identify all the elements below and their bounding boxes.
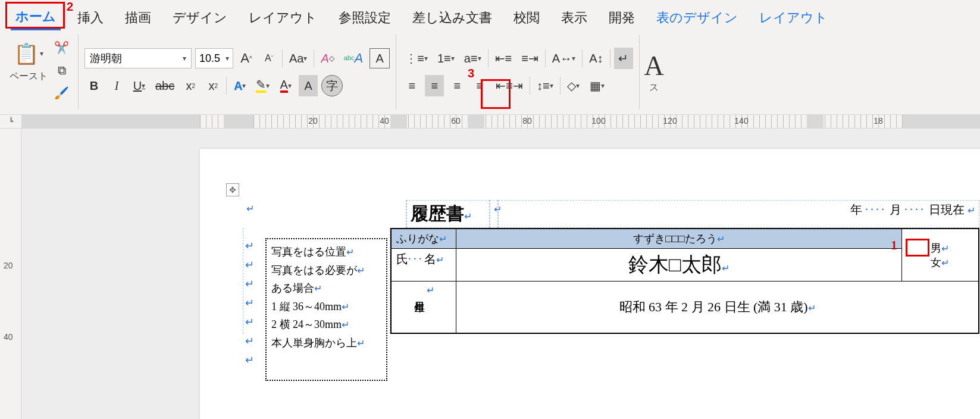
chevron-down-icon: ▾ <box>226 54 229 62</box>
decrease-font-button[interactable]: Aˇ <box>259 48 278 69</box>
ruler-vertical[interactable]: 20 40 <box>0 129 21 419</box>
borders-button[interactable]: ▦ ▾ <box>587 75 608 96</box>
copy-button[interactable]: ⧉ <box>51 60 72 81</box>
text-direction-button[interactable]: A↔ ▾ <box>549 48 578 69</box>
ruler-tick: 140 <box>734 116 748 126</box>
ruler-tick: 100 <box>591 116 605 126</box>
cut-button[interactable]: ✂️ <box>51 37 72 58</box>
date-cell[interactable]: 年 ···· 月 ···· 日現在 ↵ <box>498 200 979 228</box>
italic-button[interactable]: I <box>107 75 126 96</box>
align-left-button[interactable]: ≡ <box>402 75 421 96</box>
font-color-button[interactable]: A ▾ <box>276 75 295 96</box>
birth-label-cell[interactable]: 生年月日↵ <box>391 282 456 334</box>
outdent-button[interactable]: ⇤≡ <box>492 48 515 69</box>
callout-box-3 <box>481 79 511 109</box>
borders-icon: ▦ <box>590 79 601 93</box>
chevron-down-icon: ▾ <box>183 54 186 62</box>
outdent-icon: ⇤≡ <box>495 51 512 65</box>
ruler-tick: 80 <box>522 116 532 126</box>
ruler-horizontal[interactable]: 20 40 60 80 100 120 140 18 <box>21 115 980 128</box>
underline-button[interactable]: U ▾ <box>130 75 149 96</box>
bullets-button[interactable]: ⋮≡ ▾ <box>402 48 431 69</box>
tab-review[interactable]: 校閲 <box>509 7 544 29</box>
char-border-button[interactable]: A <box>370 48 390 68</box>
font-size-select[interactable]: 10.5 ▾ <box>195 48 233 68</box>
clear-format-button[interactable]: A◇ <box>318 48 337 69</box>
tab-draw[interactable]: 描画 <box>120 7 156 29</box>
group-styles: A ス <box>640 35 669 110</box>
title-left-spacer: ↵ <box>243 200 406 228</box>
align-right-button[interactable]: ≡ <box>447 75 466 96</box>
gender-cell[interactable]: 1 男↵ 女↵ <box>901 229 979 282</box>
tab-table-layout[interactable]: レイアウト <box>754 7 832 29</box>
font-name-select[interactable]: 游明朝 ▾ <box>84 48 192 68</box>
tab-insert[interactable]: 挿入 <box>73 7 108 29</box>
numbering-icon: 1≡ <box>437 52 451 65</box>
photo-line: 2 横 24～30mm↵ <box>271 315 381 334</box>
photo-line: 写真をはる必要が↵ <box>271 261 381 280</box>
ruler-tick: 120 <box>663 116 677 126</box>
font-name-value: 游明朝 <box>90 51 122 65</box>
sort-button[interactable]: A↕ <box>586 48 606 69</box>
indent-button[interactable]: ≡⇥ <box>518 48 541 69</box>
line-spacing-icon: ↕≡ <box>537 79 550 93</box>
callout-box-1 <box>906 239 929 257</box>
tab-mailmerge[interactable]: 差し込み文書 <box>408 7 497 29</box>
align-right-icon: ≡ <box>453 79 461 93</box>
paste-button[interactable]: 📋▾ <box>11 37 46 70</box>
highlight-button[interactable]: ✎ ▾ <box>253 75 273 96</box>
format-painter-button[interactable]: 🖌️ <box>51 82 72 104</box>
ruby-button[interactable]: abcA <box>341 48 366 69</box>
group-paragraph: ⋮≡ ▾ 1≡ ▾ a≡ ▾ ⇤≡ ≡⇥ A↔ ▾ A↕ ↵ ≡ ≡ ≡ ≡ ⇤… <box>396 35 639 110</box>
copy-icon: ⧉ <box>58 64 66 77</box>
furigana-value-cell[interactable]: すずき□□□たろう↵ <box>456 229 901 249</box>
highlight-icon: ✎ <box>256 79 266 93</box>
char-shading-button[interactable]: A <box>299 75 318 96</box>
indent-icon: ≡⇥ <box>521 51 538 65</box>
tab-developer[interactable]: 開発 <box>604 7 640 29</box>
tab-references[interactable]: 参照設定 <box>334 7 396 29</box>
text-direction-icon: A↔ <box>552 52 572 65</box>
birth-value-cell[interactable]: 昭和 63 年 2 月 26 日生 (満 31 歳)↵ <box>456 282 979 334</box>
furigana-label-cell[interactable]: ふりがな↵ <box>391 229 456 249</box>
date-year-label: 年 <box>850 203 862 216</box>
document-canvas[interactable]: ✥ ↵↵↵↵↵↵↵ ↵ 履歴書↵ ↵ 年 ···· 月 ···· <box>21 129 980 419</box>
photo-box[interactable]: 写真をはる位置↵ 写真をはる必要が↵ ある場合↵ 1 縦 36～40mm↵ 2 … <box>265 238 387 381</box>
tab-table-design[interactable]: 表のデザイン <box>652 7 743 29</box>
tab-selector[interactable]: ┗ <box>0 115 21 128</box>
group-font: 游明朝 ▾ 10.5 ▾ A^ Aˇ Aa ▾ A◇ abcA A B I U … <box>79 35 396 110</box>
name-label-cell[interactable]: 氏···名↵ <box>391 249 456 282</box>
title-cell[interactable]: 履歴書↵ <box>406 200 490 228</box>
align-left-icon: ≡ <box>408 79 415 93</box>
tab-bar: ホーム 挿入 描画 デザイン レイアウト 参照設定 差し込み文書 校閲 表示 開… <box>0 0 980 31</box>
bold-button[interactable]: B <box>84 75 104 96</box>
superscript-button[interactable]: x2 <box>203 75 223 96</box>
increase-font-button[interactable]: A^ <box>237 48 256 69</box>
shading-button[interactable]: ◇ ▾ <box>564 75 583 96</box>
multilevel-icon: a≡ <box>464 52 478 65</box>
show-marks-button[interactable]: ↵ <box>614 48 633 69</box>
strike-button[interactable]: abc <box>152 75 177 96</box>
text-effects-button[interactable]: A ▾ <box>230 75 249 96</box>
align-center-button[interactable]: ≡ <box>425 75 444 96</box>
multilevel-button[interactable]: a≡ ▾ <box>461 48 484 69</box>
tab-design[interactable]: デザイン <box>168 7 232 29</box>
styles-gallery[interactable]: A <box>644 50 664 82</box>
brush-icon: 🖌️ <box>54 86 69 100</box>
enclose-char-button[interactable]: 字 <box>321 75 343 96</box>
line-spacing-button[interactable]: ↕≡ ▾ <box>534 75 556 96</box>
scissors-icon: ✂️ <box>54 40 69 55</box>
numbering-button[interactable]: 1≡ ▾ <box>434 48 458 69</box>
table-move-handle[interactable]: ✥ <box>226 183 239 196</box>
gender-female: 女 <box>931 257 941 268</box>
name-value-cell[interactable]: 鈴木□太郎↵ <box>456 249 901 282</box>
date-day-label: 日現在 <box>929 203 965 216</box>
subscript-button[interactable]: x2 <box>181 75 200 96</box>
tab-view[interactable]: 表示 <box>556 7 592 29</box>
change-case-button[interactable]: Aa ▾ <box>286 48 310 69</box>
tab-layout[interactable]: レイアウト <box>244 7 322 29</box>
group-clipboard: 📋▾ ペースト ✂️ ⧉ 🖌️ <box>6 35 79 110</box>
ruler-tick: 40 <box>380 116 389 126</box>
callout-num-3: 3 <box>468 67 474 80</box>
spacer-cell: ↵ <box>490 200 498 228</box>
